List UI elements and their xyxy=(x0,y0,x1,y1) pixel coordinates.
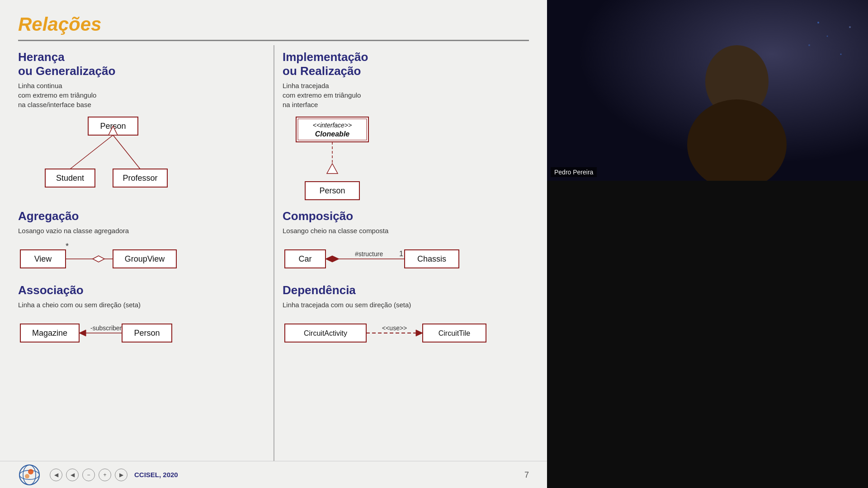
svg-text:Magazine: Magazine xyxy=(32,328,67,338)
associacao-desc: Linha a cheio com ou sem direção (seta) xyxy=(18,300,264,310)
svg-text:CircuitActivity: CircuitActivity xyxy=(304,329,347,337)
svg-marker-27 xyxy=(326,256,339,262)
slide-title: Relações xyxy=(0,0,547,40)
right-panel: Pedro Pereira xyxy=(547,0,868,488)
dependencia-section: Dependência Linha tracejada com ou sem d… xyxy=(274,279,529,353)
svg-text:Car: Car xyxy=(298,254,311,263)
nav-back2-button[interactable]: ◀ xyxy=(66,469,79,481)
composicao-section: Composição Losango cheio na classe compo… xyxy=(274,205,529,279)
page-number: 7 xyxy=(524,470,529,480)
associacao-title: Associação xyxy=(18,283,264,297)
dependencia-title: Dependência xyxy=(283,283,529,297)
svg-text:Chassis: Chassis xyxy=(417,254,446,263)
heranca-title: Herança ou Generalização xyxy=(18,50,264,78)
agregacao-section: Agregação Losango vazio na classe agrega… xyxy=(18,205,274,279)
video-feed: Pedro Pereira xyxy=(547,0,868,181)
slide-area: Relações Herança ou Generalização Linha … xyxy=(0,0,547,488)
agregacao-diagram: * View GroupView xyxy=(18,241,190,277)
svg-text:View: View xyxy=(34,254,52,263)
svg-text:<<interface>>: <<interface>> xyxy=(313,122,352,129)
video-content xyxy=(547,0,868,181)
svg-point-47 xyxy=(19,465,39,485)
nav-zoom-out-button[interactable]: − xyxy=(82,469,95,481)
svg-text:Person: Person xyxy=(134,328,160,338)
agregacao-title: Agregação xyxy=(18,209,264,223)
implementacao-desc: Linha tracejada com extremo em triângulo… xyxy=(283,81,529,109)
nav-back-button[interactable]: ◀ xyxy=(50,469,62,481)
heranca-desc: Linha continua com extremo em triângulo … xyxy=(18,81,264,109)
svg-point-50 xyxy=(28,469,33,474)
vertical-separator xyxy=(274,45,274,461)
composicao-title: Composição xyxy=(283,209,529,223)
svg-text:#structure: #structure xyxy=(355,250,383,258)
associacao-section: Associação Linha a cheio com ou sem dire… xyxy=(18,279,274,353)
logo-icon xyxy=(18,464,41,486)
nav-icons: ◀ ◀ − + ▶ xyxy=(50,469,127,481)
composicao-diagram: Car #structure 1 Chassis xyxy=(283,241,472,277)
bottom-bar: ◀ ◀ − + ▶ CCISEL, 2020 7 xyxy=(0,461,547,488)
svg-point-57 xyxy=(849,26,851,28)
bottom-text: CCISEL, 2020 xyxy=(134,471,178,479)
svg-text:1: 1 xyxy=(399,250,403,258)
agregacao-desc: Losango vazio na classe agregadora xyxy=(18,226,264,235)
svg-text:Professor: Professor xyxy=(123,174,157,183)
svg-marker-36 xyxy=(79,330,86,336)
video-dark-area xyxy=(547,181,868,488)
video-name-tag: Pedro Pereira xyxy=(551,167,597,177)
svg-point-51 xyxy=(25,474,29,479)
svg-text:-subscriber: -subscriber xyxy=(90,324,122,332)
dependencia-diagram: CircuitActivity <<use>> CircuitTile xyxy=(283,315,500,351)
svg-point-54 xyxy=(827,36,828,37)
implementacao-section: Implementação ou Realização Linha tracej… xyxy=(274,50,529,205)
composicao-desc: Losango cheio na classe composta xyxy=(283,226,529,235)
nav-forward-button[interactable]: ▶ xyxy=(115,469,127,481)
implementacao-diagram: <<interface>> Cloneable Person xyxy=(283,115,391,203)
svg-point-56 xyxy=(840,54,842,55)
svg-point-55 xyxy=(808,44,810,46)
svg-marker-44 xyxy=(416,330,423,336)
heranca-diagram: Person Student Professor xyxy=(18,115,167,194)
svg-text:Student: Student xyxy=(56,174,84,183)
svg-line-6 xyxy=(70,135,113,169)
implementacao-title: Implementação ou Realização xyxy=(283,50,529,78)
svg-text:*: * xyxy=(66,242,69,251)
svg-text:<<use>>: <<use>> xyxy=(382,324,407,332)
divider-line xyxy=(18,40,529,41)
svg-point-53 xyxy=(817,22,819,23)
svg-text:GroupView: GroupView xyxy=(125,254,165,263)
dependencia-desc: Linha tracejada com ou sem direção (seta… xyxy=(283,300,529,310)
associacao-diagram: Magazine -subscriber Person xyxy=(18,315,208,351)
svg-text:Person: Person xyxy=(319,186,345,195)
nav-zoom-in-button[interactable]: + xyxy=(99,469,111,481)
svg-point-48 xyxy=(23,465,36,485)
svg-text:Cloneable: Cloneable xyxy=(315,130,350,138)
svg-text:CircuitTile: CircuitTile xyxy=(439,329,471,337)
svg-marker-14 xyxy=(327,164,338,174)
svg-line-7 xyxy=(113,135,140,169)
svg-marker-21 xyxy=(93,256,104,262)
heranca-section: Herança ou Generalização Linha continua … xyxy=(18,50,274,205)
